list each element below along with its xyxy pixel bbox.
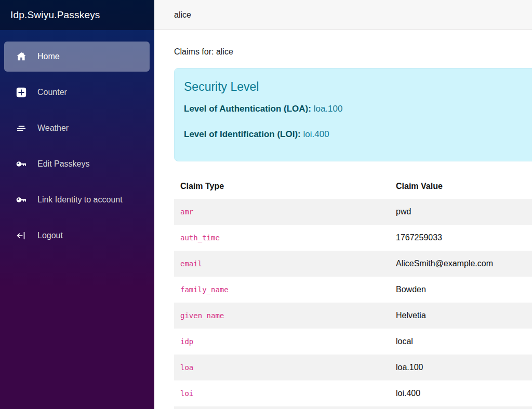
claim-value-cell: local: [390, 329, 532, 355]
claim-type-cell: loi: [174, 380, 390, 406]
loa-line: Level of Authentication (LOA): loa.100: [184, 103, 532, 115]
user-link[interactable]: alice: [174, 10, 191, 20]
key-icon: [16, 194, 27, 206]
claim-type-cell: given_name: [174, 303, 390, 329]
sidebar-item-home[interactable]: Home: [4, 42, 150, 72]
loi-label: Level of Identification (LOI):: [184, 129, 301, 139]
claim-value-cell: pwd: [390, 199, 532, 225]
column-header-claim-type: Claim Type: [174, 175, 390, 199]
sidebar-item-label: Logout: [37, 231, 63, 240]
list-icon: [16, 122, 27, 134]
nav-menu: Home Counter Weather Edit Passkeys Link: [0, 30, 154, 256]
claim-type-cell: idp: [174, 329, 390, 355]
loa-value: loa.100: [314, 104, 343, 114]
claim-type-cell: family_name: [174, 277, 390, 303]
app-brand[interactable]: Idp.Swiyu.Passkeys: [10, 9, 100, 21]
content-article: Claims for: alice Security Level Level o…: [154, 30, 532, 409]
security-level-title: Security Level: [184, 79, 532, 94]
claim-type-cell: loa: [174, 355, 390, 380]
claim-value-cell: 1767259033: [390, 225, 532, 251]
sidebar-item-edit-passkeys[interactable]: Edit Passkeys: [4, 149, 150, 179]
table-row: auth_time 1767259033: [174, 225, 532, 251]
table-row: email AliceSmith@example.com: [174, 251, 532, 277]
brand-row: Idp.Swiyu.Passkeys: [0, 0, 154, 30]
sidebar-item-counter[interactable]: Counter: [4, 77, 150, 107]
house-icon: [16, 51, 27, 62]
sidebar-item-link-identity[interactable]: Link Identity to account: [4, 185, 150, 215]
claims-table-header-row: Claim Type Claim Value: [174, 175, 532, 199]
claim-value-cell: Helvetia: [390, 303, 532, 329]
table-row: amr pwd: [174, 199, 532, 225]
claims-table: Claim Type Claim Value amr pwd auth_time…: [174, 175, 532, 409]
sidebar-item-label: Link Identity to account: [37, 195, 123, 204]
sidebar-item-label: Edit Passkeys: [37, 159, 89, 169]
loa-label: Level of Authentication (LOA):: [184, 104, 311, 114]
claim-type-cell: email: [174, 251, 390, 277]
table-row: loa loa.100: [174, 355, 532, 380]
table-row: loi loi.400: [174, 380, 532, 406]
claim-value-cell: AliceSmith@example.com: [390, 251, 532, 277]
table-row: given_name Helvetia: [174, 303, 532, 329]
sidebar-item-logout[interactable]: Logout: [4, 221, 150, 251]
key-icon: [16, 158, 27, 170]
table-row: family_name Bowden: [174, 277, 532, 303]
page-title: Claims for: alice: [174, 46, 532, 58]
loi-value: loi.400: [303, 129, 329, 139]
claim-type-cell: [174, 406, 390, 409]
claim-value-cell: loi.400: [390, 380, 532, 406]
main-area: alice Claims for: alice Security Level L…: [154, 0, 532, 409]
claim-value-cell: [390, 406, 532, 409]
security-level-panel: Security Level Level of Authentication (…: [174, 68, 532, 161]
claim-value-cell: loa.100: [390, 355, 532, 380]
table-row: idp local: [174, 329, 532, 355]
claim-type-cell: auth_time: [174, 225, 390, 251]
sidebar: Idp.Swiyu.Passkeys Home Counter Weather: [0, 0, 154, 409]
loi-line: Level of Identification (LOI): loi.400: [184, 128, 532, 141]
sidebar-item-weather[interactable]: Weather: [4, 113, 150, 143]
sidebar-item-label: Home: [37, 52, 60, 61]
table-row-partial: [174, 406, 532, 409]
sidebar-item-label: Counter: [37, 88, 67, 97]
claim-value-cell: Bowden: [390, 277, 532, 303]
plus-square-icon: [16, 87, 27, 98]
top-bar: alice: [154, 0, 532, 30]
sidebar-item-label: Weather: [37, 124, 69, 133]
column-header-claim-value: Claim Value: [390, 175, 532, 199]
logout-icon: [16, 230, 27, 241]
claim-type-cell: amr: [174, 199, 390, 225]
